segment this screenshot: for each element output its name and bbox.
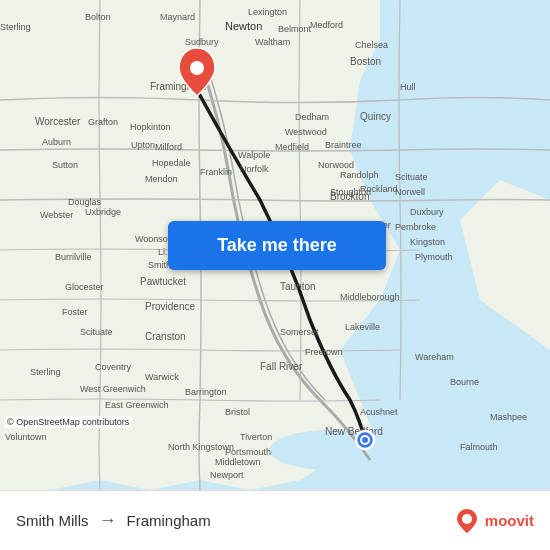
svg-text:Norfolk: Norfolk — [240, 164, 269, 174]
svg-text:Mendon: Mendon — [145, 174, 178, 184]
svg-text:Voluntown: Voluntown — [5, 432, 47, 442]
map-container: Worcester Framingham Boston Providence C… — [0, 0, 550, 490]
svg-text:Norwood: Norwood — [318, 160, 354, 170]
svg-text:Maynard: Maynard — [160, 12, 195, 22]
svg-text:Freetown: Freetown — [305, 347, 343, 357]
moovit-logo: moovit — [453, 507, 534, 535]
svg-text:Webster: Webster — [40, 210, 73, 220]
svg-text:Sterling: Sterling — [0, 22, 31, 32]
svg-text:Newport: Newport — [210, 470, 244, 480]
svg-text:Hopkinton: Hopkinton — [130, 122, 171, 132]
take-me-there-button[interactable]: Take me there — [168, 221, 386, 270]
svg-text:West Greenwich: West Greenwich — [80, 384, 146, 394]
svg-text:Uxbridge: Uxbridge — [85, 207, 121, 217]
svg-text:North Kingstown: North Kingstown — [168, 442, 234, 452]
svg-text:Auburn: Auburn — [42, 137, 71, 147]
svg-text:Cranston: Cranston — [145, 331, 186, 342]
svg-point-91 — [362, 437, 368, 443]
svg-text:East Greenwich: East Greenwich — [105, 400, 169, 410]
svg-text:Glocester: Glocester — [65, 282, 104, 292]
svg-text:Pawtucket: Pawtucket — [140, 276, 186, 287]
svg-text:Sterling: Sterling — [30, 367, 61, 377]
svg-text:Sudbury: Sudbury — [185, 37, 219, 47]
svg-text:Coventry: Coventry — [95, 362, 132, 372]
moovit-text: moovit — [485, 512, 534, 529]
svg-text:Duxbury: Duxbury — [410, 207, 444, 217]
svg-text:Scituate: Scituate — [80, 327, 113, 337]
svg-text:Medford: Medford — [310, 20, 343, 30]
footer-route: Smith Mills → Framingham — [16, 510, 211, 531]
svg-text:Fall River: Fall River — [260, 361, 303, 372]
from-location: Smith Mills — [16, 512, 89, 529]
svg-text:Norwell: Norwell — [395, 187, 425, 197]
svg-text:Tiverton: Tiverton — [240, 432, 272, 442]
svg-text:Acushnet: Acushnet — [360, 407, 398, 417]
to-location: Framingham — [127, 512, 211, 529]
svg-text:Kingston: Kingston — [410, 237, 445, 247]
svg-text:Providence: Providence — [145, 301, 195, 312]
svg-text:Somerset: Somerset — [280, 327, 319, 337]
svg-text:Worcester: Worcester — [35, 116, 81, 127]
svg-text:Pembroke: Pembroke — [395, 222, 436, 232]
svg-text:Barrington: Barrington — [185, 387, 227, 397]
svg-text:Randolph: Randolph — [340, 170, 379, 180]
svg-text:Milford: Milford — [155, 142, 182, 152]
svg-text:Medfield: Medfield — [275, 142, 309, 152]
svg-text:Westwood: Westwood — [285, 127, 327, 137]
svg-text:Middletown: Middletown — [215, 457, 261, 467]
svg-text:Bristol: Bristol — [225, 407, 250, 417]
svg-text:Boston: Boston — [350, 56, 381, 67]
svg-text:Dedham: Dedham — [295, 112, 329, 122]
svg-text:Upton: Upton — [131, 140, 155, 150]
svg-text:Lakeville: Lakeville — [345, 322, 380, 332]
svg-text:Middleborough: Middleborough — [340, 292, 400, 302]
svg-text:Plymouth: Plymouth — [415, 252, 453, 262]
svg-text:Walpole: Walpole — [238, 150, 270, 160]
svg-text:Braintree: Braintree — [325, 140, 362, 150]
osm-attribution: © OpenStreetMap contributors — [4, 416, 132, 428]
svg-text:Stoughton: Stoughton — [330, 187, 371, 197]
svg-text:Grafton: Grafton — [88, 117, 118, 127]
svg-text:Quincy: Quincy — [360, 111, 391, 122]
svg-point-92 — [462, 514, 472, 524]
svg-text:Foster: Foster — [62, 307, 88, 317]
svg-text:Belmont: Belmont — [278, 24, 312, 34]
svg-text:Hull: Hull — [400, 82, 416, 92]
moovit-pin-icon — [453, 507, 481, 535]
svg-text:Burrilville: Burrilville — [55, 252, 92, 262]
svg-text:Falmouth: Falmouth — [460, 442, 498, 452]
svg-point-88 — [190, 61, 204, 75]
svg-text:Taunton: Taunton — [280, 281, 316, 292]
svg-text:Franklin: Franklin — [200, 167, 232, 177]
svg-text:Warwick: Warwick — [145, 372, 179, 382]
svg-text:Mashpee: Mashpee — [490, 412, 527, 422]
svg-text:Wareham: Wareham — [415, 352, 454, 362]
svg-text:Sutton: Sutton — [52, 160, 78, 170]
svg-text:Scituate: Scituate — [395, 172, 428, 182]
footer-bar: Smith Mills → Framingham moovit — [0, 490, 550, 550]
svg-text:Bolton: Bolton — [85, 12, 111, 22]
svg-text:Chelsea: Chelsea — [355, 40, 388, 50]
svg-text:Lexington: Lexington — [248, 7, 287, 17]
svg-text:New Bedford: New Bedford — [325, 426, 383, 437]
svg-text:Douglas: Douglas — [68, 197, 102, 207]
svg-text:Bourne: Bourne — [450, 377, 479, 387]
svg-text:Waltham: Waltham — [255, 37, 290, 47]
arrow-right-icon: → — [99, 510, 117, 531]
svg-text:Hopedale: Hopedale — [152, 158, 191, 168]
